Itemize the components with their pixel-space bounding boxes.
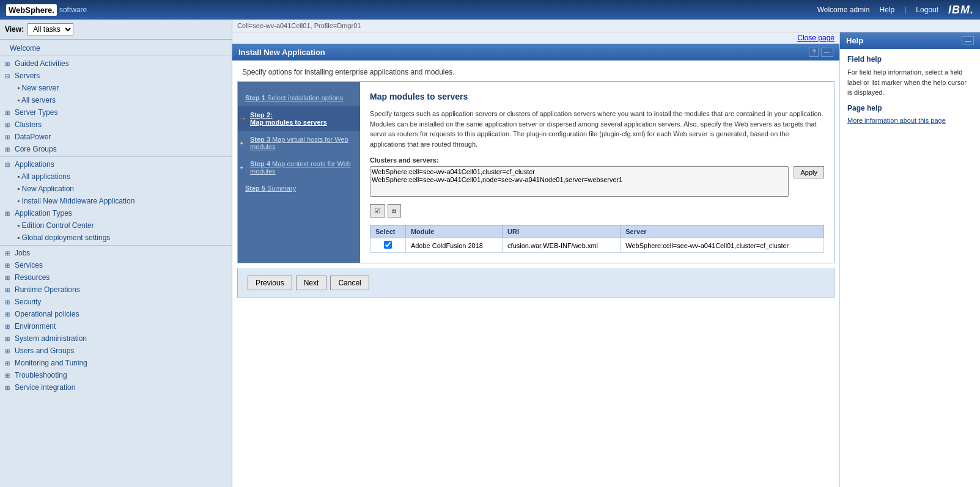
cell-server: WebSphere:cell=see-wv-a041Cell01,cluster…	[621, 238, 824, 253]
sidebar-item-all-servers[interactable]: All servers	[0, 94, 232, 106]
welcome-text: Welcome admin	[817, 5, 870, 14]
step-4-link[interactable]: Step 4 Map context roots for Web modules	[250, 160, 351, 175]
sidebar-item-users-groups[interactable]: ⊞ Users and Groups	[0, 345, 232, 357]
clusters-label: Clusters and servers:	[370, 156, 824, 164]
apply-button[interactable]: Apply	[794, 166, 824, 178]
sidebar: View: All tasks Welcome ⊞ Guided Activit…	[0, 20, 232, 487]
sidebar-item-environment[interactable]: ⊞ Environment	[0, 320, 232, 332]
websphere-logo: WebSphere.	[6, 4, 57, 16]
sidebar-item-service-integration[interactable]: ⊞ Service integration	[0, 381, 232, 394]
panel-close-btn[interactable]: —	[821, 48, 833, 57]
col-module: Module	[405, 225, 502, 238]
select-all-button[interactable]: ☑	[370, 204, 385, 218]
sidebar-nav: Welcome ⊞ Guided Activities ⊟ Servers Ne…	[0, 40, 232, 487]
expand-icon-op-policies: ⊞	[5, 311, 12, 318]
sidebar-item-runtime-operations[interactable]: ⊞ Runtime Operations	[0, 284, 232, 296]
sidebar-item-clusters[interactable]: ⊞ Clusters	[0, 119, 232, 131]
sidebar-item-new-server[interactable]: New server	[0, 82, 232, 94]
cluster-option-1[interactable]: WebSphere:cell=see-wv-a041Cell01,cluster…	[372, 168, 787, 176]
nav-divider-1	[0, 56, 232, 56]
step-3-link[interactable]: Step 3 Map virtual hosts for Web modules	[250, 136, 348, 150]
expand-icon-servers: ⊟	[5, 73, 12, 79]
step-5-link[interactable]: Step 5 Summary	[245, 185, 296, 192]
clusters-select[interactable]: WebSphere:cell=see-wv-a041Cell01,cluster…	[370, 166, 789, 197]
sidebar-item-applications[interactable]: ⊟ Applications	[0, 158, 232, 170]
step-4[interactable]: ✦ Step 4 Map context roots for Web modul…	[238, 155, 360, 180]
sidebar-item-datapower[interactable]: ⊞ DataPower	[0, 131, 232, 143]
sidebar-item-monitoring[interactable]: ⊞ Monitoring and Tuning	[0, 357, 232, 369]
page-help-link[interactable]: More information about this page	[847, 117, 946, 124]
nav-divider-3	[0, 245, 232, 246]
panel-title: Install New Application	[238, 48, 325, 57]
sidebar-item-services[interactable]: ⊞ Services	[0, 259, 232, 271]
deselect-all-button[interactable]: ⧈	[388, 204, 401, 218]
content-description: Specify targets such as application serv…	[370, 109, 824, 149]
software-label: software	[59, 5, 87, 14]
step-2-link[interactable]: Step 2:Map modules to servers	[250, 111, 327, 126]
field-help-title: Field help	[847, 55, 973, 64]
expand-icon-core-groups: ⊞	[5, 146, 12, 153]
col-uri: URI	[503, 225, 621, 238]
expand-icon-service-int: ⊞	[5, 384, 12, 391]
top-header: WebSphere. software Welcome admin Help |…	[0, 0, 980, 20]
main-area: Cell=see-wv-a041Cell01, Profile=Dmgr01 C…	[232, 20, 980, 487]
help-title: Help	[846, 36, 863, 45]
expand-icon-resources: ⊞	[5, 274, 12, 281]
step-1-link[interactable]: Step 1 Select installation options	[245, 94, 343, 101]
sidebar-item-troubleshooting[interactable]: ⊞ Troubleshooting	[0, 369, 232, 381]
breadcrumb: Cell=see-wv-a041Cell01, Profile=Dmgr01	[237, 22, 361, 29]
help-panel: Help — Field help For field help informa…	[839, 32, 980, 487]
sidebar-item-global-deployment[interactable]: Global deployment settings	[0, 232, 232, 244]
close-page-link[interactable]: Close page	[797, 34, 834, 42]
content-wrapper: Close page Install New Application ? — S…	[232, 32, 980, 487]
help-link[interactable]: Help	[879, 5, 894, 14]
sidebar-item-welcome[interactable]: Welcome	[0, 42, 232, 54]
expand-icon-server-types: ⊞	[5, 109, 12, 116]
nav-divider-2	[0, 156, 232, 157]
previous-button[interactable]: Previous	[248, 276, 292, 290]
sidebar-item-all-applications[interactable]: All applications	[0, 170, 232, 183]
sidebar-item-system-admin[interactable]: ⊞ System administration	[0, 332, 232, 345]
view-select[interactable]: All tasks	[28, 23, 73, 35]
expand-icon-app-types: ⊞	[5, 210, 12, 217]
sidebar-item-core-groups[interactable]: ⊞ Core Groups	[0, 143, 232, 155]
expand-icon-sys-admin: ⊞	[5, 335, 12, 342]
step-2[interactable]: → Step 2:Map modules to servers	[238, 106, 360, 131]
logo-area: WebSphere. software	[6, 4, 87, 16]
step-5[interactable]: Step 5 Summary	[238, 180, 360, 197]
step-3[interactable]: ✦ Step 3 Map virtual hosts for Web modul…	[238, 131, 360, 155]
step-content: Map modules to servers Specify targets s…	[360, 82, 834, 263]
sidebar-item-resources[interactable]: ⊞ Resources	[0, 271, 232, 284]
cluster-option-2[interactable]: WebSphere:cell=see-wv-a041Cell01,node=se…	[372, 176, 787, 184]
panel-header: Install New Application ? —	[232, 44, 839, 60]
sidebar-item-application-types[interactable]: ⊞ Application Types	[0, 207, 232, 219]
sidebar-item-new-application[interactable]: New Application	[0, 183, 232, 195]
sidebar-item-servers[interactable]: ⊟ Servers	[0, 70, 232, 82]
sidebar-item-server-types[interactable]: ⊞ Server Types	[0, 106, 232, 119]
sidebar-item-operational-policies[interactable]: ⊞ Operational policies	[0, 308, 232, 320]
panel-desc-text: Specify options for installing enterpris…	[242, 68, 455, 76]
sidebar-header: View: All tasks	[0, 20, 232, 40]
cancel-button[interactable]: Cancel	[330, 276, 369, 290]
col-select: Select	[370, 225, 406, 238]
help-close-btn[interactable]: —	[962, 36, 974, 45]
steps-sidebar: Step 1 Select installation options → Ste…	[238, 82, 360, 263]
sidebar-item-install-middleware[interactable]: Install New Middleware Application	[0, 195, 232, 207]
steps-and-content: Step 1 Select installation options → Ste…	[237, 81, 834, 263]
sidebar-item-jobs[interactable]: ⊞ Jobs	[0, 247, 232, 259]
expand-icon-applications: ⊟	[5, 161, 12, 168]
step-1[interactable]: Step 1 Select installation options	[238, 89, 360, 106]
expand-icon-environment: ⊞	[5, 323, 12, 330]
panel-help-btn[interactable]: ?	[809, 48, 819, 57]
modules-table: Select Module URI Server	[370, 225, 824, 253]
separator: |	[904, 5, 906, 14]
next-button[interactable]: Next	[296, 276, 327, 290]
table-row: Adobe ColdFusion 2018 cfusion.war,WEB-IN…	[370, 238, 824, 253]
close-page-bar: Close page	[232, 32, 839, 44]
sidebar-item-security[interactable]: ⊞ Security	[0, 296, 232, 308]
logout-link[interactable]: Logout	[916, 5, 938, 14]
row-checkbox[interactable]	[384, 241, 392, 249]
page-help-title: Page help	[847, 104, 973, 112]
sidebar-item-edition-control[interactable]: Edition Control Center	[0, 219, 232, 232]
sidebar-item-guided-activities[interactable]: ⊞ Guided Activities	[0, 57, 232, 70]
